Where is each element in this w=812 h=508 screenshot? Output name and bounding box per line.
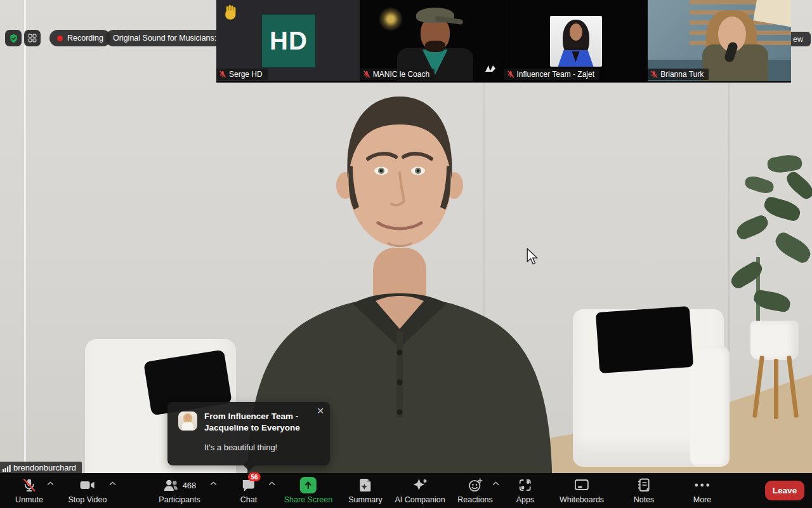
unmute-button[interactable]: Unmute <box>15 477 43 504</box>
more-button[interactable]: More <box>693 477 711 504</box>
hd-avatar-square: HD <box>262 15 315 67</box>
participants-count: 468 <box>183 481 197 490</box>
share-screen-button[interactable]: Share Screen <box>284 477 332 504</box>
participant-tile-influencer-team[interactable]: Influencer Team - Zajet <box>504 0 648 81</box>
plant-stand-leg <box>774 359 778 419</box>
recording-label: Recording <box>67 34 103 43</box>
share-screen-label: Share Screen <box>284 495 332 504</box>
reactions-smiley-icon <box>468 478 483 493</box>
chat-label: Chat <box>240 495 257 504</box>
profile-photo <box>550 16 602 67</box>
grid-icon <box>27 33 37 43</box>
summary-button[interactable]: Summary <box>348 477 382 504</box>
black-pillow <box>596 306 693 373</box>
avatar-top <box>182 422 193 431</box>
camera-icon <box>79 478 96 492</box>
nb-logo <box>485 65 496 72</box>
chat-button[interactable]: 56 Chat <box>240 477 257 504</box>
person-beard <box>425 41 445 52</box>
reactions-button[interactable]: Reactions <box>457 477 493 504</box>
meeting-toolbar: Unmute Stop Video <box>0 473 812 508</box>
notes-button[interactable]: Notes <box>634 477 655 504</box>
reactions-label: Reactions <box>457 495 493 504</box>
apps-label: Apps <box>516 495 535 504</box>
participant-name: Brianna Turk <box>660 70 704 79</box>
participant-tile-brianna-turk[interactable]: Brianna Turk <box>648 0 791 81</box>
more-label: More <box>693 495 711 504</box>
ai-companion-button[interactable]: AI Companion <box>395 477 445 504</box>
mic-muted-icon <box>219 70 226 78</box>
whiteboards-button[interactable]: Whiteboards <box>560 477 604 504</box>
chat-options-chevron[interactable] <box>268 481 275 486</box>
gallery-view-button[interactable] <box>24 30 41 46</box>
sender-avatar <box>178 411 197 431</box>
original-sound-toggle[interactable]: Original Sound for Musicians: O <box>105 30 230 46</box>
unmute-label: Unmute <box>15 495 43 504</box>
self-name: brendonburchard <box>13 463 76 472</box>
mic-muted-icon <box>650 70 658 78</box>
participant-filmstrip: HD Serge HD <box>216 0 791 83</box>
mic-muted-icon <box>507 70 514 78</box>
video-options-chevron[interactable] <box>109 481 116 486</box>
self-name-label: brendonburchard <box>0 462 82 474</box>
mic-muted-icon <box>363 70 370 78</box>
participant-name: Serge HD <box>229 70 263 79</box>
participants-options-chevron[interactable] <box>210 481 217 486</box>
ai-companion-label: AI Companion <box>395 495 445 504</box>
participant-name-bar: Brianna Turk <box>648 69 709 80</box>
summary-label: Summary <box>348 495 382 504</box>
gold-firework-logo <box>377 5 405 33</box>
chat-notification-title: From Influencer Team - Jacqueline to Eve… <box>204 411 317 434</box>
chat-notification-popup[interactable]: From Influencer Team - Jacqueline to Eve… <box>167 402 330 465</box>
participant-name-bar: MANIC le Coach <box>360 69 435 80</box>
whiteboards-label: Whiteboards <box>560 495 604 504</box>
share-screen-icon <box>300 477 317 493</box>
view-button-label: ew <box>793 35 803 44</box>
leave-button[interactable]: Leave <box>765 481 804 500</box>
wall-panel-line <box>24 0 26 467</box>
reactions-options-chevron[interactable] <box>492 481 499 486</box>
summary-icon <box>358 478 372 493</box>
participant-name-bar: Serge HD <box>216 69 268 80</box>
hd-badge: HD <box>270 27 308 55</box>
mic-muted-icon <box>22 478 37 493</box>
more-dots-icon <box>694 483 710 488</box>
stop-video-button[interactable]: Stop Video <box>69 477 107 504</box>
mouse-cursor <box>525 248 539 265</box>
chat-notification-message: It's a beautiful thing! <box>204 443 277 452</box>
person-face <box>570 23 582 41</box>
connection-signal-icon <box>3 464 11 472</box>
security-shield-button[interactable] <box>5 30 22 46</box>
apps-icon <box>518 478 532 492</box>
participants-label: Participants <box>159 495 200 504</box>
plant-pot <box>750 321 799 360</box>
stop-video-label: Stop Video <box>69 495 107 504</box>
avatar-face <box>185 415 190 421</box>
armchair-arm <box>690 346 730 467</box>
chat-unread-badge: 56 <box>248 472 261 481</box>
participant-name-bar: Influencer Team - Zajet <box>504 69 600 80</box>
recording-dot-icon <box>57 36 63 41</box>
zoom-meeting-window: Recording Original Sound for Musicians: … <box>0 0 812 508</box>
unmute-options-chevron[interactable] <box>47 481 54 486</box>
notes-icon <box>637 478 651 493</box>
recording-indicator[interactable]: Recording <box>49 30 111 46</box>
close-icon[interactable]: ✕ <box>317 406 324 416</box>
ai-companion-icon <box>412 478 428 493</box>
shield-check-icon <box>8 33 19 44</box>
apps-button[interactable]: Apps <box>516 477 535 504</box>
original-sound-label: Original Sound for Musicians: O <box>113 34 225 43</box>
whiteboard-icon <box>573 478 590 492</box>
raised-hand-icon <box>222 4 237 20</box>
plant-leaves <box>723 143 812 333</box>
participant-name: Influencer Team - Zajet <box>517 70 595 79</box>
participants-icon <box>163 479 180 491</box>
participant-name: MANIC le Coach <box>373 70 429 79</box>
participant-tile-manic-le-coach[interactable]: MANIC le Coach <box>360 0 504 81</box>
participant-tile-serge-hd[interactable]: HD Serge HD <box>216 0 360 81</box>
participants-button[interactable]: 468 Participants <box>159 477 200 504</box>
notes-label: Notes <box>634 495 655 504</box>
